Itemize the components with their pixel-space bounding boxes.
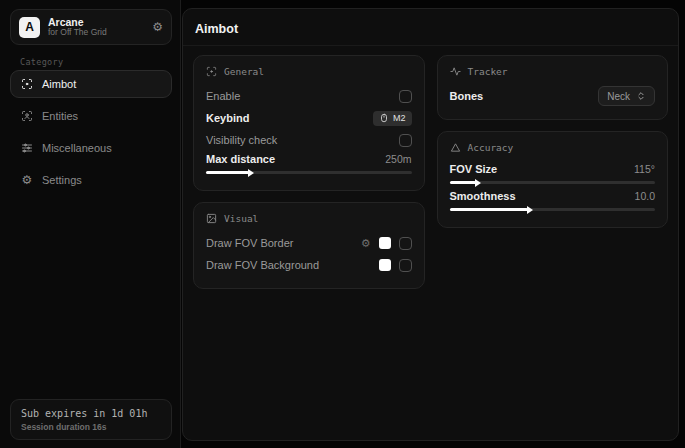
keybind-row: Keybind M2 bbox=[206, 107, 412, 129]
sliders-icon bbox=[21, 142, 33, 154]
crosshair-icon bbox=[21, 78, 33, 90]
app-header-card: A Arcane for Off The Grid ⚙ bbox=[10, 9, 172, 45]
sidebar-item-label: Aimbot bbox=[42, 78, 76, 90]
smoothness-label: Smoothness bbox=[450, 190, 516, 202]
sidebar-item-label: Entities bbox=[42, 110, 78, 122]
fov-background-color-swatch[interactable] bbox=[379, 259, 391, 271]
draw-fov-border-row: Draw FOV Border ⚙ bbox=[206, 232, 412, 254]
gear-icon: ⚙ bbox=[21, 174, 33, 186]
panel-content: General Enable Keybind M2 V bbox=[183, 46, 678, 298]
session-duration-text: Session duration 16s bbox=[21, 422, 161, 432]
page-title: Aimbot bbox=[195, 22, 666, 36]
smoothness-value: 10.0 bbox=[635, 190, 655, 202]
category-label: Category bbox=[20, 57, 63, 67]
visual-card-title: Visual bbox=[206, 213, 412, 224]
sidebar-item-miscellaneous[interactable]: Miscellaneous bbox=[10, 134, 172, 162]
max-distance-label: Max distance bbox=[206, 153, 275, 165]
draw-fov-border-checkbox[interactable] bbox=[399, 237, 412, 250]
fov-border-gear-icon[interactable]: ⚙ bbox=[361, 237, 371, 250]
smoothness-row: Smoothness 10.0 bbox=[450, 188, 656, 215]
sidebar: A Arcane for Off The Grid ⚙ Category Aim… bbox=[0, 0, 181, 448]
crosshair-icon bbox=[206, 66, 217, 77]
activity-icon bbox=[450, 66, 461, 77]
settings-gear-icon[interactable]: ⚙ bbox=[152, 20, 163, 34]
visibility-check-row: Visibility check bbox=[206, 129, 412, 151]
draw-fov-background-checkbox[interactable] bbox=[399, 259, 412, 272]
sidebar-item-label: Miscellaneous bbox=[42, 142, 112, 154]
accuracy-card-title: Accuracy bbox=[450, 142, 656, 153]
slider-thumb[interactable] bbox=[527, 206, 533, 214]
visibility-check-label: Visibility check bbox=[206, 134, 277, 146]
sidebar-item-settings[interactable]: ⚙ Settings bbox=[10, 166, 172, 194]
app-logo: A bbox=[19, 17, 40, 38]
fov-size-slider[interactable] bbox=[450, 181, 656, 184]
slider-thumb[interactable] bbox=[248, 169, 254, 177]
fov-size-label: FOV Size bbox=[450, 163, 498, 175]
panel-header: Aimbot bbox=[183, 9, 678, 46]
draw-fov-border-label: Draw FOV Border bbox=[206, 237, 293, 249]
person-scan-icon bbox=[21, 110, 33, 122]
tracker-card-title: Tracker bbox=[450, 66, 656, 77]
main-panel: Aimbot General Enable Keybind bbox=[182, 8, 679, 441]
app-subtitle: for Off The Grid bbox=[48, 28, 144, 38]
accuracy-card: Accuracy FOV Size 115° Smoothn bbox=[437, 131, 669, 228]
bones-selected-value: Neck bbox=[607, 91, 630, 102]
slider-thumb[interactable] bbox=[475, 179, 481, 187]
max-distance-row: Max distance 250m bbox=[206, 151, 412, 178]
fov-size-value: 115° bbox=[634, 163, 655, 175]
sub-expiry-text: Sub expires in 1d 01h bbox=[21, 408, 161, 419]
bones-select[interactable]: Neck bbox=[598, 86, 655, 106]
keybind-value: M2 bbox=[393, 113, 406, 123]
general-card: General Enable Keybind M2 V bbox=[193, 55, 425, 191]
max-distance-value: 250m bbox=[385, 153, 411, 165]
tracker-card: Tracker Bones Neck bbox=[437, 55, 669, 120]
visual-card: Visual Draw FOV Border ⚙ Draw FOV Backgr… bbox=[193, 202, 425, 289]
general-card-title: General bbox=[206, 66, 412, 77]
sidebar-item-aimbot[interactable]: Aimbot bbox=[10, 70, 172, 98]
sidebar-item-label: Settings bbox=[42, 174, 82, 186]
bones-row: Bones Neck bbox=[450, 85, 656, 107]
enable-checkbox[interactable] bbox=[399, 90, 412, 103]
image-icon bbox=[206, 213, 217, 224]
unfold-icon bbox=[636, 91, 646, 101]
keybind-label: Keybind bbox=[206, 112, 249, 124]
right-column: Tracker Bones Neck bbox=[437, 55, 669, 289]
visibility-check-checkbox[interactable] bbox=[399, 134, 412, 147]
subscription-info-card: Sub expires in 1d 01h Session duration 1… bbox=[10, 399, 172, 440]
fov-border-color-swatch[interactable] bbox=[379, 237, 391, 249]
smoothness-slider[interactable] bbox=[450, 208, 656, 211]
mouse-icon bbox=[379, 113, 389, 123]
sidebar-nav: Aimbot Entities Miscellaneous ⚙ Settings bbox=[10, 70, 172, 198]
bones-label: Bones bbox=[450, 90, 484, 102]
keybind-value-badge[interactable]: M2 bbox=[373, 111, 412, 126]
left-column: General Enable Keybind M2 V bbox=[193, 55, 425, 289]
max-distance-slider[interactable] bbox=[206, 171, 412, 174]
draw-fov-background-row: Draw FOV Background bbox=[206, 254, 412, 276]
draw-fov-background-label: Draw FOV Background bbox=[206, 259, 319, 271]
sidebar-item-entities[interactable]: Entities bbox=[10, 102, 172, 130]
enable-label: Enable bbox=[206, 90, 240, 102]
fov-size-row: FOV Size 115° bbox=[450, 161, 656, 188]
triangle-icon bbox=[450, 142, 461, 153]
enable-row: Enable bbox=[206, 85, 412, 107]
